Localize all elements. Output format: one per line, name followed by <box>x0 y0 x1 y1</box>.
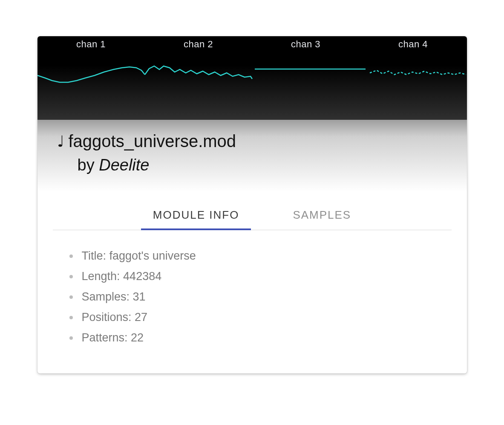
by-prefix: by <box>78 156 99 174</box>
info-label: Patterns: <box>82 331 131 344</box>
module-filename: faggots_universe.mod <box>69 132 236 151</box>
info-value: 22 <box>131 331 144 344</box>
info-row-samples: Samples: 31 <box>79 286 437 307</box>
info-value: faggot's universe <box>109 249 196 262</box>
module-info-panel: Title: faggot's universe Length: 442384 … <box>37 230 467 373</box>
module-author: Deelite <box>99 156 149 174</box>
info-label: Length: <box>82 270 124 283</box>
info-row-title: Title: faggot's universe <box>79 246 437 266</box>
waveform-channel-1 <box>37 67 145 82</box>
oscilloscope-visualizer: chan 1 chan 2 chan 3 chan 4 <box>37 36 467 120</box>
tab-samples[interactable]: SAMPLES <box>281 204 363 230</box>
waveform-svg <box>37 36 467 120</box>
tab-module-info[interactable]: MODULE INFO <box>141 204 251 230</box>
waveform-channel-2 <box>145 66 252 79</box>
info-label: Positions: <box>82 311 135 324</box>
music-note-icon: ♩ <box>57 134 64 149</box>
module-player-card: chan 1 chan 2 chan 3 chan 4 ♩ faggots_un… <box>37 36 467 373</box>
tab-bar: MODULE INFO SAMPLES <box>53 204 452 230</box>
info-row-positions: Positions: 27 <box>79 307 437 327</box>
byline: by Deelite <box>78 156 447 174</box>
title-block: ♩ faggots_universe.mod by Deelite <box>37 120 467 204</box>
info-value: 31 <box>133 290 146 303</box>
title-line: ♩ faggots_universe.mod <box>57 132 447 151</box>
info-row-length: Length: 442384 <box>79 266 437 286</box>
info-row-patterns: Patterns: 22 <box>79 327 437 348</box>
info-value: 27 <box>135 311 147 324</box>
info-label: Samples: <box>82 290 133 303</box>
waveform-channel-4 <box>370 70 466 75</box>
info-label: Title: <box>82 249 109 262</box>
info-value: 442384 <box>123 270 161 283</box>
